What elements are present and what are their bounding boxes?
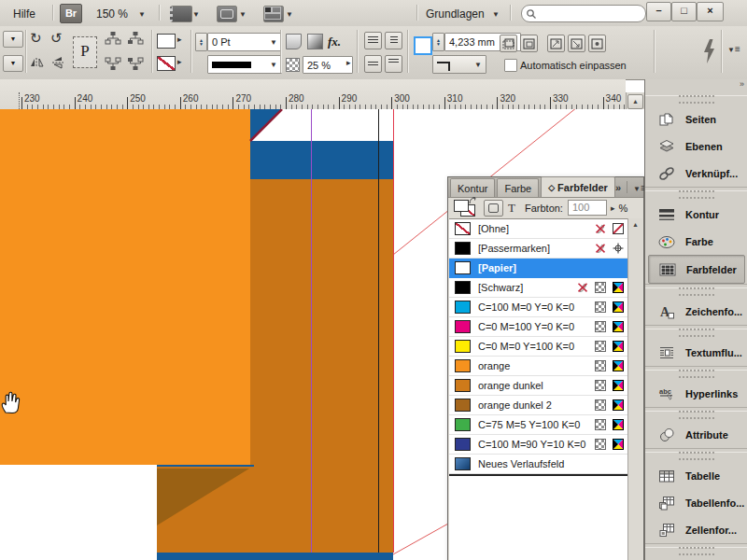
collapse-dock-icon[interactable]: » [645, 79, 747, 92]
text-columns-icon[interactable] [364, 32, 382, 49]
swatch-row-papier[interactable]: [Papier] [449, 259, 642, 278]
panel-drag-dots[interactable] [679, 287, 714, 296]
distribute-hierarchy-icon[interactable] [127, 55, 144, 71]
red-diagonal-guide[interactable] [393, 524, 448, 554]
swatch-list-scrollbar[interactable]: ▲ [627, 218, 642, 560]
panel-drag-dots[interactable] [679, 411, 714, 419]
tab-kontur[interactable]: Kontur [450, 178, 495, 197]
panel-drag-dots[interactable] [679, 190, 714, 199]
sidebar-item-textumflu[interactable]: Textumflu... [645, 339, 747, 366]
opacity-icon[interactable] [286, 58, 300, 72]
quick-apply-lightning-icon[interactable] [701, 38, 716, 64]
panel-drag-dots[interactable] [679, 452, 714, 460]
fill-frame-proportionally-icon[interactable] [568, 35, 585, 52]
sidebar-item-hyperlinks[interactable]: abcHyperlinks [645, 380, 747, 407]
opacity-arrow[interactable]: ▸ [346, 58, 351, 67]
effects-fx-icon[interactable]: fx. [328, 35, 341, 49]
minimize-button[interactable]: – [646, 2, 671, 21]
black-guide[interactable] [378, 109, 379, 553]
swatch-scroll-up-icon[interactable]: ▲ [628, 218, 642, 228]
distribute-hierarchy-icon[interactable] [105, 55, 121, 71]
fill-stroke-proxy[interactable] [453, 199, 477, 217]
control-row1-dropdown[interactable]: ▼ [3, 31, 23, 48]
baseline-options-icon[interactable] [364, 55, 382, 73]
panel-drag-dots[interactable] [679, 370, 714, 378]
distribute-hierarchy-icon[interactable] [127, 31, 144, 47]
arrange-documents-arrow[interactable]: ▼ [286, 10, 293, 19]
sidebar-item-kontur[interactable]: Kontur [645, 201, 747, 228]
fit-content-to-frame-icon[interactable] [520, 35, 538, 52]
swatch-row-c100m90y10k0[interactable]: C=100 M=90 Y=10 K=0 [449, 435, 642, 455]
sidebar-item-attribute[interactable]: Attribute [645, 421, 747, 448]
swatch-row-c0m100y0k0[interactable]: C=0 M=100 Y=0 K=0 [449, 317, 642, 337]
corner-size-stepper[interactable]: ▲▼ [432, 33, 444, 51]
panel-menu-icon[interactable]: ▼≡ [727, 44, 740, 54]
arrange-documents-icon[interactable] [263, 6, 284, 22]
magenta-guide[interactable] [311, 109, 312, 553]
fit-frame-to-content-icon[interactable] [500, 35, 517, 52]
tint-arrow[interactable]: ▸ [611, 203, 615, 213]
vertical-justify-icon[interactable] [385, 55, 402, 73]
sidebar-item-zeichenfo[interactable]: AZeichenfo... [645, 298, 747, 325]
swatch-row-c75m5y100k0[interactable]: C=75 M=5 Y=100 K=0 [449, 415, 642, 435]
sidebar-item-tabelle[interactable]: Tabelle [645, 462, 747, 489]
scroll-up-button[interactable]: ▲ [627, 94, 643, 109]
close-button[interactable]: × [697, 2, 724, 21]
swatch-row-neuesverlaufsfeld[interactable]: Neues Verlaufsfeld [449, 455, 642, 474]
panel-drag-dots[interactable] [679, 329, 714, 337]
swatch-row-ohne[interactable]: [Ohne] [449, 219, 642, 239]
bridge-button[interactable]: Br [60, 4, 82, 23]
swatch-row-orangedunkel2[interactable]: orange dunkel 2 [449, 396, 642, 415]
autofit-checkbox[interactable] [504, 59, 517, 72]
stroke-weight-field[interactable]: 0 Pt▼ [207, 33, 282, 51]
maximize-button[interactable]: □ [671, 2, 697, 21]
rotate-ccw-icon[interactable]: ↺ [50, 30, 63, 47]
corner-style-select[interactable]: ▼ [432, 55, 486, 74]
stroke-style-select[interactable]: ▼ [207, 55, 282, 74]
corner-options-icon[interactable] [286, 34, 302, 49]
flip-horizontal-icon[interactable] [30, 56, 45, 69]
text-frame-options-icon[interactable] [385, 32, 402, 49]
screen-mode-icon[interactable] [217, 6, 237, 22]
workspace-arrow[interactable]: ▼ [492, 10, 500, 19]
stroke-swatch[interactable] [157, 56, 176, 71]
sidebar-item-zellenfor[interactable]: Zellenfor... [645, 516, 747, 543]
reference-point-proxy[interactable]: P [73, 36, 97, 68]
stroke-weight-stepper[interactable]: ▲▼ [195, 33, 207, 51]
opacity-field[interactable]: 25 % [303, 56, 353, 74]
zoom-dropdown-arrow[interactable]: ▼ [138, 10, 146, 19]
gradient-icon[interactable] [307, 34, 323, 49]
rotate-cw-icon[interactable]: ↻ [30, 30, 42, 47]
view-options-icon[interactable] [170, 6, 192, 22]
sidebar-item-tabellenfo[interactable]: Tabellenfo... [645, 489, 747, 516]
horizontal-ruler[interactable]: 230240250260270280290300310320330340 [0, 79, 626, 110]
swatch-row-orange[interactable]: orange [449, 357, 642, 376]
fill-swatch[interactable] [157, 34, 176, 49]
brown-fold-triangle[interactable] [157, 469, 249, 525]
view-options-arrow[interactable]: ▼ [192, 10, 200, 19]
red-page-edge-guide[interactable] [393, 109, 394, 553]
sidebar-item-ebenen[interactable]: Ebenen [645, 133, 747, 160]
search-input[interactable] [521, 5, 646, 22]
control-row2-dropdown[interactable]: ▼ [3, 55, 23, 72]
screen-mode-arrow[interactable]: ▼ [239, 10, 247, 19]
formatting-text-button[interactable]: T [508, 201, 515, 216]
swatch-row-c100m0y0k0[interactable]: C=100 M=0 Y=0 K=0 [449, 298, 642, 317]
workspace-switcher[interactable]: Grundlagen [426, 7, 485, 21]
swatch-row-c0m0y100k0[interactable]: C=0 M=0 Y=100 K=0 [449, 337, 642, 357]
tab-farbfelder[interactable]: ◇ Farbfelder [541, 176, 615, 197]
stroke-arrow[interactable]: ▸ [177, 57, 182, 66]
menu-hilfe[interactable]: Hilfe [13, 7, 35, 21]
swatch-row-passermarken[interactable]: [Passermarken] [449, 239, 642, 259]
swatch-row-orangedunkel[interactable]: orange dunkel [449, 376, 642, 396]
flip-vertical-icon[interactable] [50, 56, 65, 69]
fit-content-proportionally-icon[interactable] [547, 35, 565, 52]
tint-value-field[interactable]: 100 [568, 200, 607, 216]
swatch-row-schwarz[interactable]: [Schwarz] [449, 278, 642, 298]
sidebar-item-verknpf[interactable]: Verknüpf... [645, 160, 747, 187]
sidebar-item-farbfelder[interactable]: Farbfelder [648, 255, 745, 284]
collapse-panel-icon[interactable]: » [615, 182, 621, 193]
panel-drag-dots[interactable] [679, 547, 714, 555]
tab-farbe[interactable]: Farbe [497, 178, 539, 197]
formatting-container-button[interactable] [484, 200, 503, 217]
